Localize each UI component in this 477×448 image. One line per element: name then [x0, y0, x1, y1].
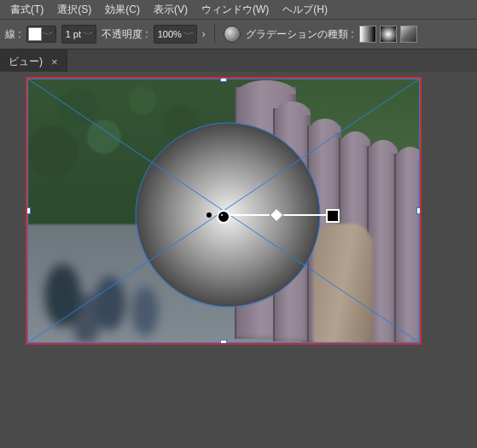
chevron-down-icon: ﹀ [39, 29, 57, 40]
artboard[interactable] [26, 77, 422, 345]
menu-select[interactable]: 選択(S) [50, 1, 98, 19]
opacity-flyout-icon[interactable]: › [202, 28, 206, 40]
gradient-type-label: グラデーションの種類 : [246, 27, 354, 42]
menu-window[interactable]: ウィンドウ(W) [195, 1, 276, 19]
gradient-start-stop[interactable] [217, 210, 230, 224]
menu-effect[interactable]: 効果(C) [98, 1, 147, 19]
tab-close-button[interactable]: × [51, 55, 58, 68]
gradient-radial-button[interactable] [380, 26, 397, 43]
document-tab[interactable]: ビュー) × [0, 49, 67, 73]
gradient-linear-button[interactable] [359, 26, 376, 43]
chevron-down-icon: ﹀ [183, 29, 195, 40]
bg-deer [313, 224, 373, 343]
tab-title: ビュー) [9, 55, 43, 69]
stroke-label: 線 : [5, 27, 21, 42]
opacity-input[interactable]: 100% ﹀ [154, 25, 197, 44]
fence-post [394, 154, 422, 344]
stroke-weight-input[interactable]: 1 pt ﹀ [61, 25, 96, 44]
gradient-type-group [359, 26, 417, 43]
stroke-weight-value: 1 pt [66, 29, 81, 39]
menu-bar: 書式(T) 選択(S) 効果(C) 表示(V) ウィンドウ(W) ヘルプ(H) [0, 0, 477, 20]
opacity-label: 不透明度 : [102, 27, 148, 42]
menu-format[interactable]: 書式(T) [3, 1, 50, 19]
chevron-down-icon: ﹀ [83, 29, 94, 40]
gradient-preview-icon[interactable] [224, 26, 241, 43]
document-tab-bar: ビュー) × [0, 49, 477, 74]
stroke-color-swatch[interactable]: ﹀ [26, 26, 56, 43]
gradient-origin-dot[interactable] [207, 212, 212, 218]
options-bar: 線 : ﹀ 1 pt ﹀ 不透明度 : 100% ﹀ › グラデーションの種類 … [0, 20, 477, 49]
canvas-area[interactable] [0, 72, 477, 448]
gradient-freeform-button[interactable] [400, 26, 417, 43]
menu-help[interactable]: ヘルプ(H) [276, 1, 334, 19]
app-root: 書式(T) 選択(S) 効果(C) 表示(V) ウィンドウ(W) ヘルプ(H) … [0, 0, 477, 448]
gradient-end-stop[interactable] [326, 209, 340, 223]
opacity-value: 100% [158, 29, 182, 39]
separator [214, 24, 215, 44]
menu-view[interactable]: 表示(V) [147, 1, 195, 19]
